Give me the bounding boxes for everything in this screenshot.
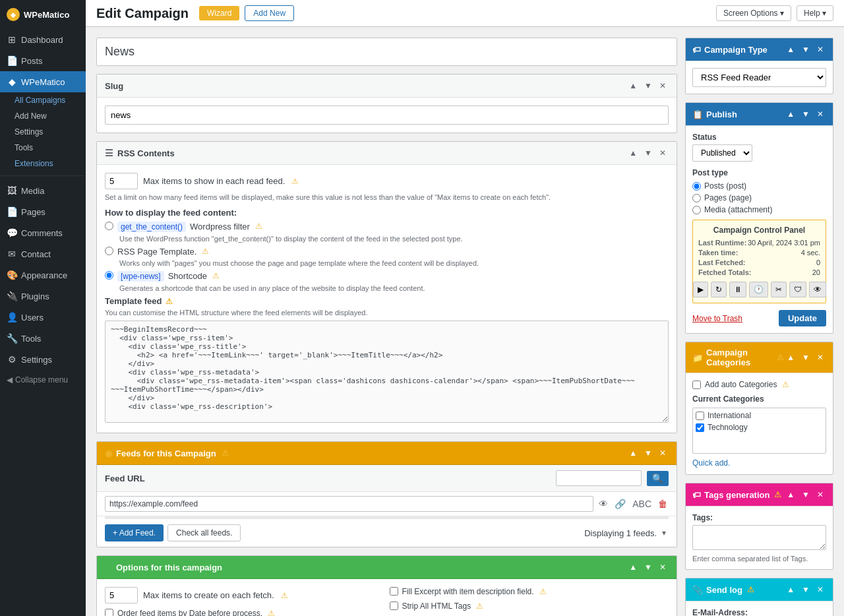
campaign-title-input[interactable] xyxy=(97,38,677,65)
feed-link-button[interactable]: 🔗 xyxy=(613,497,627,510)
template-info-icon: ⚠ xyxy=(166,297,173,306)
display-option2-radio[interactable] xyxy=(105,247,113,255)
slug-close[interactable]: ✕ xyxy=(657,80,669,92)
sidebar: ◆ WPeMatico ⊞ Dashboard 📄 Posts ◆ WPeMat… xyxy=(0,0,86,616)
taken-time-row: Taken time: 4 sec. xyxy=(698,249,820,257)
sidebar-sub-settings[interactable]: Settings xyxy=(0,124,86,140)
campaign-type-up[interactable]: ▲ xyxy=(784,44,797,55)
tags-down[interactable]: ▼ xyxy=(799,489,812,501)
content-area: Slug ▲ ▼ ✕ ☰ RSS Contents xyxy=(86,27,844,616)
wizard-button[interactable]: Wizard xyxy=(199,6,239,20)
sidebar-item-label: Plugins xyxy=(21,292,49,301)
sidebar-item-contact[interactable]: ✉ Contact xyxy=(0,243,86,264)
publish-down[interactable]: ▼ xyxy=(799,108,812,120)
fill-excerpt-checkbox[interactable] xyxy=(390,587,398,596)
max-items-row: Max items to show in each read feed. ⚠ xyxy=(105,173,669,189)
rss-collapse-up[interactable]: ▲ xyxy=(626,147,640,159)
feeds-collapse-up[interactable]: ▲ xyxy=(626,447,640,459)
rss-contents-header: ☰ RSS Contents ▲ ▼ ✕ xyxy=(97,142,677,165)
rss-close[interactable]: ✕ xyxy=(657,147,669,159)
feed-abc-button[interactable]: ABC xyxy=(631,497,653,510)
sidebar-item-tools[interactable]: 🔧 Tools xyxy=(0,328,86,349)
screen-options-button[interactable]: Screen Options ▾ xyxy=(716,5,791,21)
sidebar-item-users[interactable]: 👤 Users xyxy=(0,307,86,328)
rss-collapse-down[interactable]: ▼ xyxy=(642,147,655,159)
status-select[interactable]: Published Draft xyxy=(692,144,752,162)
campaign-type-down[interactable]: ▼ xyxy=(799,44,812,55)
categories-close[interactable]: ✕ xyxy=(814,352,826,363)
sidebar-item-pages[interactable]: 📄 Pages xyxy=(0,201,86,222)
post-type-posts-radio[interactable] xyxy=(692,182,701,191)
pause-button[interactable]: ⏸ xyxy=(729,282,746,297)
sidebar-item-appearance[interactable]: 🎨 Appearance xyxy=(0,264,86,286)
sidebar-sub-tools[interactable]: Tools xyxy=(0,140,86,156)
sidebar-item-posts[interactable]: 📄 Posts xyxy=(0,50,86,71)
slug-collapse-up[interactable]: ▲ xyxy=(626,80,640,92)
sidebar-sub-extensions[interactable]: Extensions xyxy=(0,156,86,171)
max-items-input[interactable] xyxy=(105,173,138,189)
reset-button[interactable]: 🛡 xyxy=(789,282,806,297)
template-textarea[interactable]: ~~~BeginItemsRecord~~~ <div class='wpe_r… xyxy=(105,321,669,423)
categories-down[interactable]: ▼ xyxy=(799,352,812,363)
option2-info-icon: ⚠ xyxy=(202,247,209,256)
feed-url-text-input[interactable] xyxy=(105,496,593,512)
options-close[interactable]: ✕ xyxy=(657,561,669,573)
send-log-up[interactable]: ▲ xyxy=(784,584,797,596)
feeds-collapse-down[interactable]: ▼ xyxy=(642,447,655,459)
feed-url-search-input[interactable] xyxy=(556,470,642,486)
add-feed-button[interactable]: + Add Feed. xyxy=(105,524,164,541)
categories-up[interactable]: ▲ xyxy=(784,352,797,363)
collapse-menu[interactable]: ◀ Collapse menu xyxy=(0,370,86,390)
display-option3-radio[interactable] xyxy=(105,271,113,280)
post-type-pages-radio[interactable] xyxy=(692,194,701,202)
feeds-expand-btn[interactable]: ▾ xyxy=(659,527,669,539)
options-collapse-up[interactable]: ▲ xyxy=(626,561,640,573)
play-button[interactable]: ▶ xyxy=(693,282,708,297)
options-max-items-input[interactable] xyxy=(105,587,138,603)
send-log-down[interactable]: ▼ xyxy=(799,584,812,596)
order-date-checkbox[interactable] xyxy=(105,609,113,616)
quick-add-link[interactable]: Quick add. xyxy=(692,458,730,468)
sidebar-item-label: Users xyxy=(21,313,44,323)
sidebar-sub-all-campaigns[interactable]: All Campaigns xyxy=(0,92,86,108)
campaign-type-close[interactable]: ✕ xyxy=(814,44,826,55)
refresh-button[interactable]: ↻ xyxy=(711,282,727,297)
sidebar-sub-add-new[interactable]: Add New xyxy=(0,108,86,124)
sidebar-item-settings[interactable]: ⚙ Settings xyxy=(0,349,86,370)
feed-delete-button[interactable]: 🗑 xyxy=(657,497,669,510)
feeds-close[interactable]: ✕ xyxy=(657,447,669,459)
check-feeds-button[interactable]: Check all feeds. xyxy=(167,524,241,541)
post-type-media-radio[interactable] xyxy=(692,206,701,214)
tags-close[interactable]: ✕ xyxy=(814,489,826,501)
slug-collapse-down[interactable]: ▼ xyxy=(642,80,655,92)
campaign-type-select[interactable]: RSS Feed Reader Other xyxy=(692,68,826,87)
view-button[interactable]: 👁 xyxy=(809,282,826,297)
tags-input[interactable] xyxy=(692,525,826,550)
taken-time-key: Taken time: xyxy=(698,249,738,257)
sidebar-item-comments[interactable]: 💬 Comments xyxy=(0,222,86,243)
cat-international-checkbox[interactable] xyxy=(696,412,704,420)
feed-url-search-button[interactable]: 🔍 xyxy=(647,471,669,486)
history-button[interactable]: 🕐 xyxy=(749,282,768,297)
feed-view-button[interactable]: 👁 xyxy=(597,497,609,510)
tags-up[interactable]: ▲ xyxy=(784,489,797,501)
sidebar-item-wpematco[interactable]: ◆ WPeMatico xyxy=(0,71,86,92)
clear-button[interactable]: ✂ xyxy=(771,282,787,297)
sidebar-item-plugins[interactable]: 🔌 Plugins xyxy=(0,286,86,307)
sidebar-item-media[interactable]: 🖼 Media xyxy=(0,180,86,201)
update-button[interactable]: Update xyxy=(779,310,826,326)
options-collapse-down[interactable]: ▼ xyxy=(642,561,655,573)
cat-technology-checkbox[interactable] xyxy=(696,423,704,432)
help-button[interactable]: Help ▾ xyxy=(797,5,833,21)
slug-input[interactable] xyxy=(105,106,669,125)
add-auto-cat-checkbox[interactable] xyxy=(692,381,701,389)
move-to-trash-button[interactable]: Move to Trash xyxy=(692,314,742,323)
options-max-items-row: Max items to create on each fetch. ⚠ xyxy=(105,587,384,603)
publish-close[interactable]: ✕ xyxy=(814,108,826,120)
add-new-button[interactable]: Add New xyxy=(245,5,294,21)
strip-html-checkbox[interactable] xyxy=(390,601,398,610)
send-log-close[interactable]: ✕ xyxy=(814,584,826,596)
publish-up[interactable]: ▲ xyxy=(784,108,797,120)
display-option1-radio[interactable] xyxy=(105,222,113,230)
sidebar-item-dashboard[interactable]: ⊞ Dashboard xyxy=(0,29,86,50)
